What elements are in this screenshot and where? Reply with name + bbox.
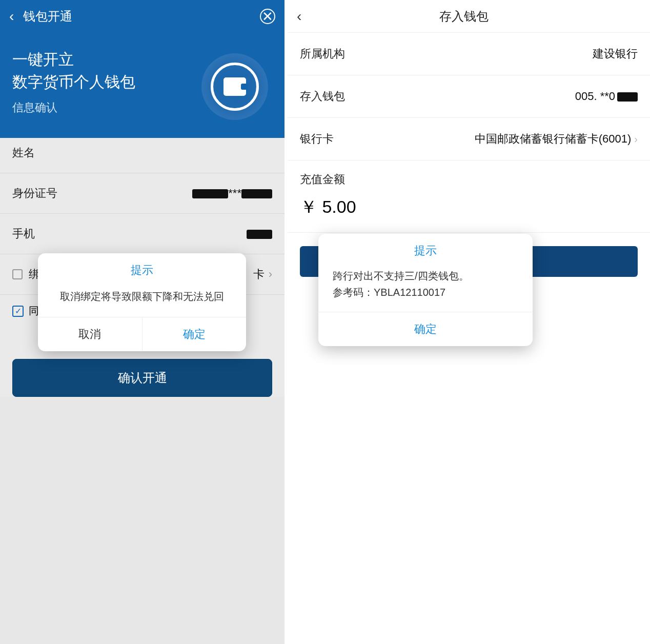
wallet-icon: [201, 53, 268, 120]
label-amount: 充值金额: [288, 160, 650, 192]
dialog-left-cancel-button[interactable]: 取消: [38, 317, 143, 351]
row-wallet[interactable]: 存入钱包 005. **0: [288, 75, 650, 118]
value-org: 建设银行: [593, 46, 638, 62]
dialog-right-title: 提示: [318, 234, 533, 264]
dialog-left-title: 提示: [38, 253, 246, 283]
value-bankcard: 中国邮政储蓄银行储蓄卡(6001): [475, 131, 632, 147]
row-bankcard[interactable]: 银行卡 中国邮政储蓄银行储蓄卡(6001) ›: [288, 118, 650, 160]
dialog-right-ok-button[interactable]: 确定: [318, 312, 533, 346]
label-wallet: 存入钱包: [300, 89, 345, 104]
value-phone: [247, 227, 272, 240]
submit-button[interactable]: 确认开通: [12, 359, 272, 397]
row-phone[interactable]: 手机: [0, 214, 285, 254]
dialog-left: 提示 取消绑定将导致限额下降和无法兑回 取消 确定: [38, 253, 246, 351]
label-idcard: 身份证号: [12, 186, 57, 201]
close-icon[interactable]: ✕: [260, 9, 275, 24]
value-idcard: ***: [192, 187, 272, 200]
header-right-title: 存入钱包: [288, 8, 641, 25]
dialog-right: 提示 跨行对出不支持三/四类钱包。 参考码：YBLA12110017 确定: [318, 234, 533, 346]
back-icon[interactable]: ‹: [9, 8, 14, 25]
header-right: ‹ 存入钱包: [288, 0, 650, 33]
label-phone: 手机: [12, 226, 35, 242]
chevron-right-icon: ›: [269, 268, 272, 281]
value-bindcard: 卡: [253, 267, 265, 282]
screenshot-right: ‹ 存入钱包 所属机构 建设银行 存入钱包 005. **0 银行卡 中国邮政储…: [288, 0, 650, 644]
hero-banner: 一键开立 数字货币个人钱包 信息确认: [0, 33, 285, 138]
header-left: ‹ 钱包开通 ✕: [0, 0, 285, 33]
dialog-right-body: 跨行对出不支持三/四类钱包。 参考码：YBLA12110017: [318, 264, 533, 312]
label-bankcard: 银行卡: [300, 131, 334, 147]
value-amount: ￥ 5.00: [288, 192, 650, 233]
dialog-left-ok-button[interactable]: 确定: [143, 317, 247, 351]
row-name[interactable]: 姓名: [0, 133, 285, 173]
screenshot-left: ‹ 钱包开通 ✕ 一键开立 数字货币个人钱包 信息确认 姓名 身份证号 ***: [0, 0, 285, 644]
chevron-right-icon: ›: [634, 133, 638, 145]
checkbox-agree-icon[interactable]: ✓: [12, 306, 24, 317]
value-wallet: 005. **0: [575, 90, 638, 103]
header-left-title: 钱包开通: [23, 8, 72, 25]
row-idcard[interactable]: 身份证号 ***: [0, 173, 285, 214]
label-org: 所属机构: [300, 46, 345, 62]
dialog-left-body: 取消绑定将导致限额下降和无法兑回: [38, 283, 246, 317]
row-org: 所属机构 建设银行: [288, 33, 650, 75]
checkbox-bindcard-icon[interactable]: [12, 269, 23, 279]
label-name: 姓名: [12, 145, 35, 160]
